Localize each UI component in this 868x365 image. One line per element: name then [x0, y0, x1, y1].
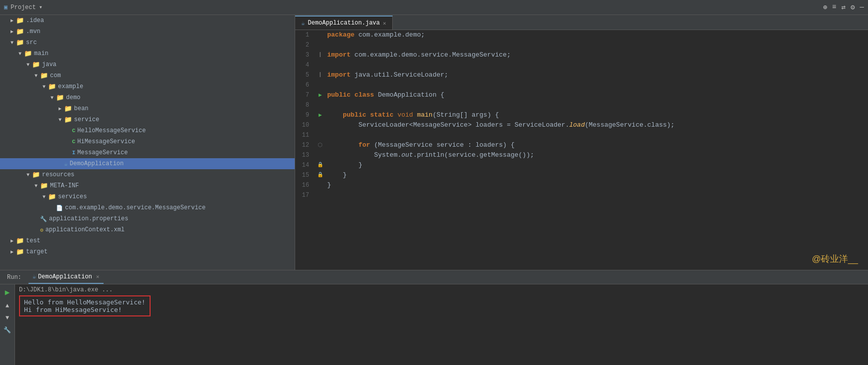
scroll-up-button[interactable]: ▲: [6, 302, 9, 309]
sidebar-item-test[interactable]: ▶ 📁 test: [0, 235, 295, 246]
sidebar-item-idea[interactable]: ▶ 📁 .idea: [0, 15, 295, 26]
folder-icon: 📁: [16, 248, 24, 256]
collapse-icon[interactable]: ≡: [832, 3, 836, 12]
folder-icon: 📁: [64, 105, 72, 113]
run-label: Run:: [3, 274, 26, 281]
java-source-icon: 📁: [32, 61, 40, 69]
sidebar-item-label-hello: HelloMessageService: [78, 127, 146, 134]
sidebar-item-label-idea: .idea: [26, 17, 44, 24]
java-class-icon: C: [72, 128, 76, 134]
bottom-tab-label: DemoApplication: [38, 273, 92, 280]
folder-icon: 📁: [16, 237, 24, 245]
folder-icon: 📁: [56, 94, 64, 102]
output-line-1: Hello from HelloMessageService!: [24, 298, 146, 306]
sidebar-item-service[interactable]: ▼ 📁 service: [0, 114, 295, 125]
sidebar-item-src[interactable]: ▼ 📁 src: [0, 37, 295, 48]
minimize-icon[interactable]: —: [860, 3, 864, 12]
settings-icon[interactable]: ⚙: [850, 3, 854, 12]
sidebar-item-label-resources: resources: [42, 171, 75, 178]
sidebar-item-com[interactable]: ▼ 📁 com: [0, 70, 295, 81]
editor-tab-bar: ☕ DemoApplication.java ✕: [295, 15, 868, 30]
code-line-13: 13 System.out.println(service.getMessage…: [295, 150, 868, 160]
sidebar-item-label-appctx: applicationContext.xml: [46, 226, 125, 233]
sidebar-item-label-example: example: [58, 83, 83, 90]
code-line-6: 6: [295, 80, 868, 90]
sidebar-item-label-services: services: [58, 193, 87, 200]
bottom-tab-bar: Run: ☕ DemoApplication ✕: [0, 270, 868, 284]
sidebar-item-bean[interactable]: ▶ 📁 bean: [0, 103, 295, 114]
editor-area: ☕ DemoApplication.java ✕ 1 package com.e…: [295, 15, 868, 270]
sidebar-item-label-appprops: application.properties: [49, 215, 128, 222]
sidebar-item-mvn[interactable]: ▶ 📁 .mvn: [0, 26, 295, 37]
folder-icon: 📁: [16, 28, 24, 36]
sidebar-item-main[interactable]: ▼ 📁 main: [0, 48, 295, 59]
sidebar-scroll[interactable]: ▶ 📁 .idea ▶ 📁 .mvn ▼ 📁 src: [0, 15, 295, 270]
sidebar-item-target[interactable]: ▶ 📁 target: [0, 246, 295, 257]
folder-icon: 📁: [32, 171, 40, 179]
bottom-panel: Run: ☕ DemoApplication ✕ ▶ ▲ ▼ 🔧 D:\JDK1…: [0, 270, 868, 365]
sidebar-item-servicefile[interactable]: 📄 com.example.demo.service.MessageServic…: [0, 202, 295, 213]
output-box: Hello from HelloMessageService! Hi from …: [19, 295, 151, 316]
code-line-12: 12 ⬡ for (MessageService service : loade…: [295, 140, 868, 150]
sidebar-item-services[interactable]: ▼ 📁 services: [0, 191, 295, 202]
sidebar-item-appprops[interactable]: 🔧 application.properties: [0, 213, 295, 224]
prop-icon: 🔧: [40, 216, 47, 222]
title-bar: ▣ Project ▾ ⊕ ≡ ⇄ ⚙ —: [0, 0, 868, 15]
sidebar-item-label-hi: HiMessageService: [78, 138, 135, 145]
locate-icon[interactable]: ⊕: [823, 3, 827, 12]
expand-icon[interactable]: ⇄: [841, 3, 845, 12]
sidebar-item-example[interactable]: ▼ 📁 example: [0, 81, 295, 92]
sidebar-item-msgservice[interactable]: I MessageService: [0, 147, 295, 158]
sidebar-item-label-main: main: [34, 50, 49, 57]
tab-label: DemoApplication.java: [308, 20, 380, 27]
sidebar-item-java[interactable]: ▼ 📁 java: [0, 59, 295, 70]
code-editor[interactable]: 1 package com.example.demo; 2 3 | import…: [295, 30, 868, 270]
run-button[interactable]: ▶: [5, 287, 10, 297]
bottom-content: D:\JDK1.8\bin\java.exe ... Hello from He…: [15, 284, 868, 365]
run-command: D:\JDK1.8\bin\java.exe ...: [19, 286, 864, 293]
sidebar-item-hello[interactable]: C HelloMessageService: [0, 125, 295, 136]
sidebar-item-label-bean: bean: [74, 105, 89, 112]
code-line-4: 4: [295, 60, 868, 70]
sidebar-item-metainf[interactable]: ▼ 📁 META-INF: [0, 180, 295, 191]
sidebar-item-hi[interactable]: C HiMessageService: [0, 136, 295, 147]
sidebar-item-label-demo: demo: [66, 94, 81, 101]
sidebar-item-demoapplication[interactable]: ☕ DemoApplication: [0, 158, 295, 169]
tab-close-button[interactable]: ✕: [383, 20, 386, 27]
bottom-tab-close[interactable]: ✕: [96, 273, 100, 280]
project-icon: ▣: [4, 4, 8, 11]
code-line-10: 10 ServiceLoader<MessageService> loaders…: [295, 120, 868, 130]
folder-icon: 📁: [40, 72, 48, 80]
wrench-icon[interactable]: 🔧: [4, 326, 11, 334]
toolbar-icons: ⊕ ≡ ⇄ ⚙ —: [823, 3, 864, 12]
sidebar-item-label-target: target: [26, 248, 48, 255]
java-interface-icon: I: [72, 150, 76, 156]
code-line-11: 11: [295, 130, 868, 140]
code-line-16: 16 }: [295, 180, 868, 190]
project-sidebar: ▶ 📁 .idea ▶ 📁 .mvn ▼ 📁 src: [0, 15, 295, 270]
folder-icon: 📁: [48, 83, 56, 91]
main-area: ▶ 📁 .idea ▶ 📁 .mvn ▼ 📁 src: [0, 15, 868, 270]
scroll-down-button[interactable]: ▼: [6, 314, 9, 321]
sidebar-item-appctx[interactable]: ⚙ applicationContext.xml: [0, 224, 295, 235]
code-line-3: 3 | import com.example.demo.service.Mess…: [295, 50, 868, 60]
code-line-1: 1 package com.example.demo;: [295, 30, 868, 40]
sidebar-item-demo[interactable]: ▼ 📁 demo: [0, 92, 295, 103]
sidebar-item-label-src: src: [26, 39, 37, 46]
file-icon: 📄: [56, 205, 63, 211]
xml-icon: ⚙: [40, 227, 44, 233]
code-line-14: 14 🔒 }: [295, 160, 868, 170]
sidebar-item-label-servicefile: com.example.demo.service.MessageService: [65, 204, 206, 211]
sidebar-item-resources[interactable]: ▼ 📁 resources: [0, 169, 295, 180]
tab-demoapplication[interactable]: ☕ DemoApplication.java ✕: [295, 16, 393, 30]
folder-icon: 📁: [64, 116, 72, 124]
bottom-tab-demoapplication[interactable]: ☕ DemoApplication ✕: [29, 271, 104, 284]
project-title: Project: [11, 4, 36, 11]
java-file-icon: ☕: [301, 20, 305, 27]
code-line-17: 17: [295, 190, 868, 200]
folder-icon: 📁: [24, 50, 32, 58]
output-line-2: Hi from HiMessageService!: [24, 306, 146, 313]
java-class-icon2: C: [72, 139, 76, 145]
sidebar-item-label-msgservice: MessageService: [78, 149, 128, 156]
sidebar-item-label-test: test: [26, 237, 41, 244]
